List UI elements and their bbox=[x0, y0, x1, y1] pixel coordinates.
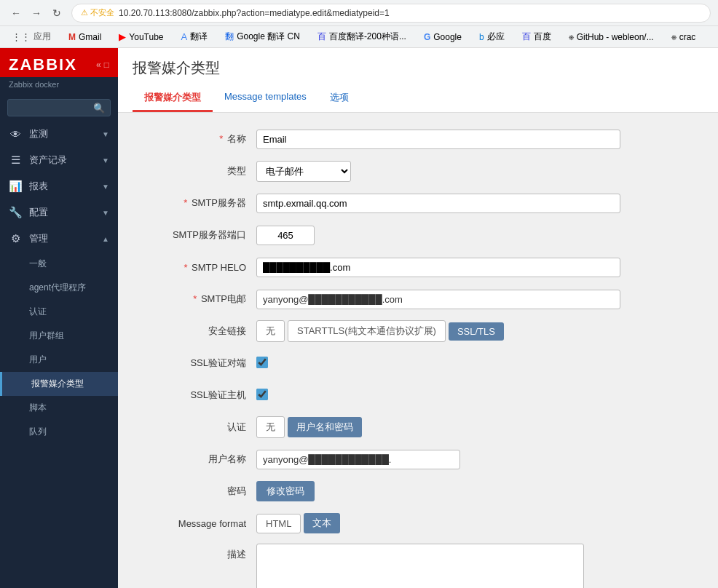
baidu-icon: 百 bbox=[522, 31, 531, 43]
smtp-port-input[interactable] bbox=[256, 226, 315, 245]
tab-options[interactable]: 选项 bbox=[318, 85, 360, 112]
sidebar-item-users[interactable]: 用户 bbox=[0, 348, 118, 372]
username-row: 用户名称 bbox=[140, 448, 696, 471]
auth-btn-group: 无 用户名和密码 bbox=[256, 416, 362, 438]
translate-bookmark[interactable]: A 翻译 bbox=[177, 29, 213, 44]
smtp-port-label: SMTP服务器端口 bbox=[140, 229, 256, 242]
description-textarea[interactable] bbox=[256, 544, 584, 588]
crac-icon: ⎈ bbox=[671, 32, 676, 42]
config-label: 配置 bbox=[29, 206, 48, 219]
assets-label: 资产记录 bbox=[29, 154, 67, 167]
sidebar-item-mediatypes[interactable]: 报警媒介类型 bbox=[0, 372, 118, 396]
bing-icon: b bbox=[479, 32, 484, 42]
tab-message-templates[interactable]: Message templates bbox=[213, 85, 318, 112]
gmail-bookmark[interactable]: M Gmail bbox=[64, 31, 106, 44]
smtp-email-row: * SMTP电邮 bbox=[140, 287, 696, 311]
queue-label: 队列 bbox=[29, 426, 47, 437]
main-content: 报警媒介类型 报警媒介类型 Message templates 选项 * 名称 bbox=[118, 48, 718, 588]
apps-bookmark[interactable]: ⋮⋮ 应用 bbox=[7, 29, 55, 44]
sidebar-subtitle: Zabbix docker bbox=[0, 77, 118, 95]
sidebar-item-assets[interactable]: ☰ 资产记录 ▼ bbox=[0, 147, 118, 173]
smtp-server-input[interactable] bbox=[256, 194, 620, 213]
assets-icon: ☰ bbox=[9, 154, 22, 167]
sidebar-item-usergroups[interactable]: 用户群组 bbox=[0, 324, 118, 348]
baidu-translate-icon: 百 bbox=[317, 31, 326, 43]
ssl-verify-host-checkbox[interactable] bbox=[256, 389, 268, 400]
logo-text: ZABBIX bbox=[9, 55, 77, 74]
reports-label: 报表 bbox=[29, 180, 48, 193]
auth-user-password-btn[interactable]: 用户名和密码 bbox=[288, 417, 362, 437]
sidebar-logo: ZABBIX « □ bbox=[0, 48, 118, 77]
back-button[interactable]: ← bbox=[7, 4, 25, 22]
ssl-verify-host-row: SSL验证主机 bbox=[140, 384, 696, 407]
youtube-label: YouTube bbox=[129, 32, 163, 42]
sidebar-item-auth[interactable]: 认证 bbox=[0, 300, 118, 324]
usergroups-label: 用户群组 bbox=[29, 330, 64, 341]
crac-label: crac bbox=[679, 32, 696, 42]
sidebar-item-general[interactable]: 一般 bbox=[0, 252, 118, 276]
smtp-helo-input[interactable] bbox=[256, 258, 620, 277]
ssl-verify-peer-checkbox[interactable] bbox=[256, 357, 268, 368]
description-label: 描述 bbox=[140, 544, 256, 561]
modify-password-button[interactable]: 修改密码 bbox=[256, 481, 315, 501]
mediatypes-label: 报警媒介类型 bbox=[31, 378, 84, 389]
name-input[interactable] bbox=[256, 130, 620, 149]
general-label: 一般 bbox=[29, 258, 47, 269]
browser-bar: ← → ↻ ⚠ 不安全 10.20.70.113:8080/zabbix.php… bbox=[0, 0, 718, 26]
sidebar-item-queue[interactable]: 队列 bbox=[0, 420, 118, 444]
google-bookmark[interactable]: G Google bbox=[419, 31, 466, 44]
smtp-server-control bbox=[256, 194, 620, 213]
security-ssl-btn[interactable]: SSL/TLS bbox=[449, 322, 504, 341]
type-select[interactable]: 电子邮件 bbox=[256, 161, 351, 182]
description-row: 描述 bbox=[140, 544, 696, 588]
ssl-verify-host-control bbox=[256, 389, 268, 402]
search-icon: 🔍 bbox=[93, 103, 105, 114]
security-starttls-btn[interactable]: STARTTLS(纯文本通信协议扩展) bbox=[288, 320, 446, 342]
baidu-translate-bookmark[interactable]: 百 百度翻译-200种语... bbox=[313, 29, 411, 44]
message-format-text-btn[interactable]: 文本 bbox=[304, 513, 340, 533]
bing-label: 必应 bbox=[487, 31, 505, 43]
reload-button[interactable]: ↻ bbox=[48, 4, 66, 22]
sidebar-item-manage[interactable]: ⚙ 管理 ▲ bbox=[0, 226, 118, 252]
reports-icon: 📊 bbox=[9, 180, 22, 193]
security-row: 安全链接 无 STARTTLS(纯文本通信协议扩展) SSL/TLS bbox=[140, 319, 696, 343]
username-input[interactable] bbox=[256, 450, 460, 469]
baidu-bookmark[interactable]: 百 百度 bbox=[518, 29, 556, 44]
password-control: 修改密码 bbox=[256, 481, 315, 501]
crac-bookmark[interactable]: ⎈ crac bbox=[667, 31, 701, 44]
name-control bbox=[256, 130, 620, 149]
name-row: * 名称 bbox=[140, 127, 696, 151]
bing-bookmark[interactable]: b 必应 bbox=[475, 29, 509, 44]
pin-btn[interactable]: □ bbox=[104, 60, 109, 70]
message-format-html-btn[interactable]: HTML bbox=[256, 514, 301, 533]
collapse-btn[interactable]: « bbox=[96, 60, 101, 70]
message-format-label: Message format bbox=[140, 518, 256, 529]
users-label: 用户 bbox=[29, 354, 47, 365]
sidebar-item-scripts[interactable]: 脚本 bbox=[0, 396, 118, 420]
sidebar-item-monitor[interactable]: 👁 监测 ▼ bbox=[0, 121, 118, 147]
address-bar[interactable]: ⚠ 不安全 10.20.70.113:8080/zabbix.php?actio… bbox=[71, 4, 711, 23]
sidebar-search-container: 🔍 bbox=[0, 95, 118, 121]
monitor-label: 监测 bbox=[29, 127, 48, 140]
sidebar-item-agent[interactable]: agent代理程序 bbox=[0, 276, 118, 300]
type-label: 类型 bbox=[140, 164, 256, 178]
smtp-email-control bbox=[256, 290, 620, 309]
smtp-port-row: SMTP服务器端口 bbox=[140, 223, 696, 247]
youtube-bookmark[interactable]: ▶ YouTube bbox=[114, 30, 167, 44]
config-icon: 🔧 bbox=[9, 206, 22, 219]
auth-none-btn[interactable]: 无 bbox=[256, 416, 285, 438]
security-none-btn[interactable]: 无 bbox=[256, 320, 285, 342]
smtp-email-input[interactable] bbox=[256, 290, 620, 309]
github-bookmark[interactable]: ⎈ GitHub - webleon/... bbox=[564, 31, 658, 44]
tab-mediatype[interactable]: 报警媒介类型 bbox=[133, 85, 213, 112]
name-label: * 名称 bbox=[140, 132, 256, 146]
auth-label: 认证 bbox=[29, 306, 47, 317]
smtp-port-control bbox=[256, 226, 315, 245]
reports-arrow: ▼ bbox=[102, 183, 109, 191]
sidebar-item-config[interactable]: 🔧 配置 ▼ bbox=[0, 199, 118, 226]
google-translate-cn-bookmark[interactable]: 翻 Google 翻译 CN bbox=[221, 29, 304, 44]
forward-button[interactable]: → bbox=[28, 4, 45, 22]
security-warning: ⚠ 不安全 bbox=[81, 7, 114, 18]
sidebar-item-reports[interactable]: 📊 报表 ▼ bbox=[0, 173, 118, 199]
monitor-arrow: ▼ bbox=[102, 130, 109, 138]
